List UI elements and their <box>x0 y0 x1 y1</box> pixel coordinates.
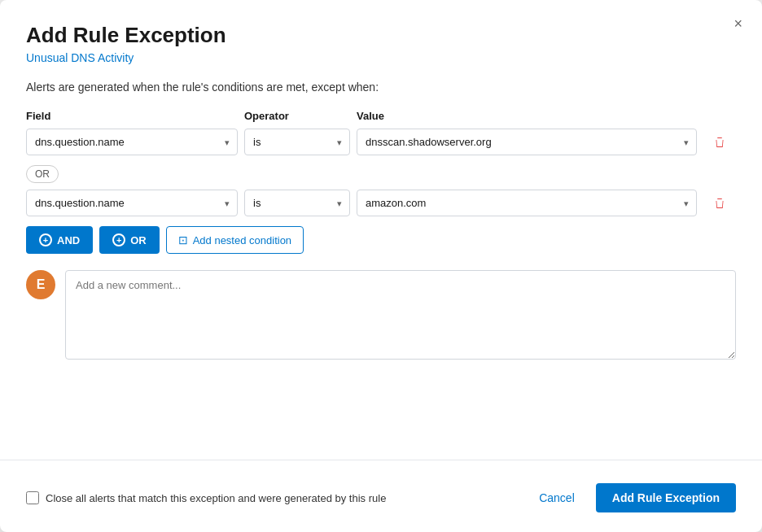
action-buttons-row: + AND + OR ⊡ Add nested condition <box>26 226 736 254</box>
checkbox-row: Close all alerts that match this excepti… <box>26 491 386 504</box>
or-button-label: OR <box>130 234 147 246</box>
footer-divider <box>0 460 762 460</box>
condition-row-2: dns.question.name dns.question.type sour… <box>26 190 736 216</box>
close-alerts-label: Close all alerts that match this excepti… <box>46 492 386 504</box>
or-separator: OR <box>26 162 736 190</box>
modal-header: × Add Rule Exception Unusual DNS Activit… <box>0 0 762 81</box>
comment-section: E <box>26 270 736 360</box>
or-button[interactable]: + OR <box>99 226 160 254</box>
value-select-wrapper-2: amazon.com ▾ <box>357 190 697 216</box>
nested-condition-icon: ⊡ <box>178 233 188 246</box>
and-button-label: AND <box>57 234 80 246</box>
operator-select-1[interactable]: is is not contains does not contain <box>244 129 350 155</box>
add-nested-condition-button[interactable]: ⊡ Add nested condition <box>166 226 304 254</box>
comment-input[interactable] <box>65 270 736 360</box>
operator-select-wrapper-2: is is not contains does not contain ▾ <box>244 190 350 216</box>
modal-subtitle: Unusual DNS Activity <box>26 51 736 64</box>
trash-icon-2 <box>713 197 726 210</box>
field-select-wrapper-1: dns.question.name dns.question.type sour… <box>26 129 238 155</box>
value-select-wrapper-1: dnsscan.shadowserver.org ▾ <box>357 129 697 155</box>
table-headers: Field Operator Value <box>26 110 736 122</box>
add-rule-exception-button[interactable]: Add Rule Exception <box>596 483 736 512</box>
field-column-header: Field <box>26 110 238 122</box>
or-badge: OR <box>26 165 59 183</box>
operator-select-wrapper-1: is is not contains does not contain ▾ <box>244 129 350 155</box>
field-select-wrapper-2: dns.question.name dns.question.type sour… <box>26 190 238 216</box>
delete-condition-2-button[interactable] <box>703 194 736 213</box>
footer-action-buttons: Cancel Add Rule Exception <box>526 483 736 512</box>
close-alerts-checkbox[interactable] <box>26 491 39 504</box>
add-rule-exception-modal: × Add Rule Exception Unusual DNS Activit… <box>0 0 762 532</box>
cancel-button[interactable]: Cancel <box>526 485 588 511</box>
avatar: E <box>26 270 55 299</box>
value-column-header: Value <box>357 110 697 122</box>
description-text: Alerts are generated when the rule's con… <box>26 81 736 94</box>
modal-body: Alerts are generated when the rule's con… <box>0 81 762 460</box>
field-select-2[interactable]: dns.question.name dns.question.type sour… <box>26 190 238 216</box>
and-plus-icon: + <box>39 233 52 246</box>
modal-footer: Close all alerts that match this excepti… <box>0 473 762 532</box>
delete-condition-1-button[interactable] <box>703 133 736 152</box>
or-plus-icon: + <box>112 233 125 246</box>
and-button[interactable]: + AND <box>26 226 93 254</box>
condition-row-1: dns.question.name dns.question.type sour… <box>26 129 736 155</box>
value-select-2[interactable]: amazon.com <box>357 190 697 216</box>
modal-title: Add Rule Exception <box>26 23 736 48</box>
value-select-1[interactable]: dnsscan.shadowserver.org <box>357 129 697 155</box>
operator-column-header: Operator <box>244 110 350 122</box>
field-select-1[interactable]: dns.question.name dns.question.type sour… <box>26 129 238 155</box>
operator-select-2[interactable]: is is not contains does not contain <box>244 190 350 216</box>
close-button[interactable]: × <box>730 13 746 34</box>
trash-icon-1 <box>713 136 726 149</box>
nested-condition-label: Add nested condition <box>193 234 291 246</box>
